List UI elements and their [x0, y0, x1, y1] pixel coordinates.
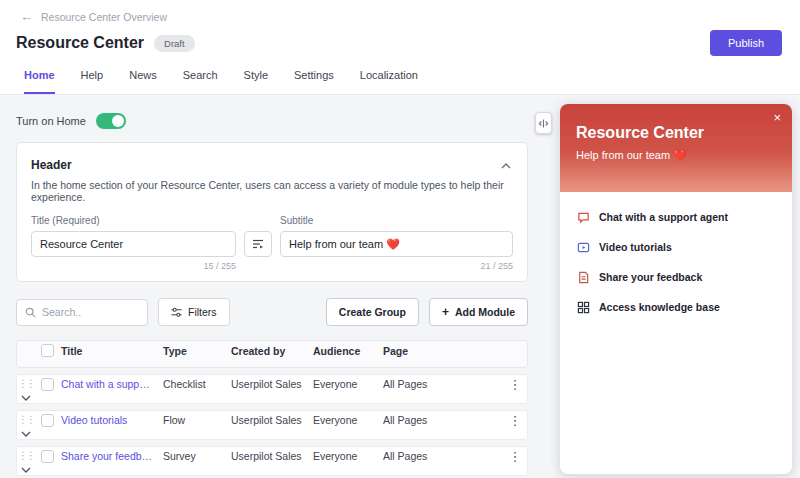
row-menu-icon[interactable]: ⋮ [503, 377, 527, 392]
topbar: ← Resource Center Overview Resource Cent… [0, 0, 800, 95]
module-audience: Everyone [313, 378, 383, 390]
header-fields: Title (Required) Subtitle [31, 215, 513, 257]
tab-bar: Home Help News Search Style Settings Loc… [0, 56, 800, 94]
chat-icon [576, 210, 590, 224]
resize-arrows-icon [538, 119, 549, 128]
preview-item-label: Chat with a support agent [599, 211, 728, 223]
column-title: Title [61, 345, 163, 357]
content: Turn on Home Header In the home section … [0, 95, 800, 478]
module-created-by: Userpilot Sales [231, 450, 313, 462]
main-panel: Turn on Home Header In the home section … [0, 95, 544, 478]
module-type: Checklist [163, 378, 231, 390]
column-page: Page [383, 345, 485, 357]
chevron-down-icon[interactable] [17, 431, 35, 437]
module-created-by: Userpilot Sales [231, 414, 313, 426]
preview-item-video[interactable]: Video tutorials [576, 240, 776, 254]
drag-handle-icon[interactable]: ⋮⋮ [17, 415, 35, 425]
preview-item-feedback[interactable]: Share your feedback [576, 270, 776, 284]
module-type: Survey [163, 450, 231, 462]
subtitle-field-group: Subtitle [280, 215, 513, 257]
row-checkbox[interactable] [41, 450, 54, 463]
chevron-down-icon[interactable] [17, 467, 35, 473]
panel-resize-handle[interactable] [535, 112, 552, 134]
subtitle-char-count: 21 / 255 [236, 261, 513, 271]
add-module-button[interactable]: + Add Module [429, 298, 528, 326]
tab-search[interactable]: Search [183, 69, 218, 94]
module-title-link[interactable]: Share your feedba... [61, 450, 163, 462]
column-created-by: Created by [231, 345, 313, 357]
table-row: ⋮⋮ Share your feedba... Survey Userpilot… [16, 446, 528, 476]
tab-help[interactable]: Help [81, 69, 104, 94]
preview-item-chat[interactable]: Chat with a support agent [576, 210, 776, 224]
publish-button[interactable]: Publish [710, 30, 782, 56]
status-badge: Draft [154, 35, 195, 52]
tab-style[interactable]: Style [244, 69, 268, 94]
create-group-button[interactable]: Create Group [326, 298, 419, 326]
knowledge-base-icon [576, 300, 590, 314]
breadcrumb[interactable]: Resource Center Overview [41, 11, 167, 23]
text-direction-button[interactable] [244, 231, 272, 257]
filters-icon [171, 307, 182, 318]
column-type: Type [163, 345, 231, 357]
tab-localization[interactable]: Localization [360, 69, 418, 94]
tab-news[interactable]: News [129, 69, 157, 94]
module-page: All Pages [383, 378, 485, 390]
filters-label: Filters [188, 306, 217, 318]
resource-center-preview: × Resource Center Help from our team ❤️ … [560, 104, 792, 474]
select-all-checkbox[interactable] [41, 344, 54, 357]
header-card-title: Header [31, 158, 72, 172]
text-align-icon [252, 237, 264, 252]
tab-home[interactable]: Home [24, 69, 55, 94]
table-header: Title Type Created by Audience Page [16, 340, 528, 368]
drag-handle-icon[interactable]: ⋮⋮ [17, 451, 35, 461]
preview-header: × Resource Center Help from our team ❤️ [560, 104, 792, 192]
module-page: All Pages [383, 414, 485, 426]
chevron-up-icon [501, 157, 511, 172]
preview-item-label: Access knowledge base [599, 301, 720, 313]
search-box [16, 299, 148, 326]
preview-body: Chat with a support agent Video tutorial… [560, 192, 792, 332]
header-card-head: Header [31, 155, 513, 174]
column-audience: Audience [313, 345, 383, 357]
plus-icon: + [442, 306, 449, 318]
row-checkbox[interactable] [41, 378, 54, 391]
home-toggle[interactable] [96, 113, 126, 129]
char-counts: 15 / 255 21 / 255 [31, 261, 513, 271]
module-created-by: Userpilot Sales [231, 378, 313, 390]
preview-item-label: Share your feedback [599, 271, 702, 283]
header-card: Header In the home section of your Resou… [16, 142, 528, 282]
preview-item-label: Video tutorials [599, 241, 672, 253]
preview-subtitle: Help from our team ❤️ [576, 149, 776, 162]
collapse-button[interactable] [499, 155, 513, 174]
home-toggle-label: Turn on Home [16, 115, 86, 127]
title-input[interactable] [31, 231, 236, 257]
row-checkbox[interactable] [41, 414, 54, 427]
module-title-link[interactable]: Video tutorials [61, 414, 163, 426]
row-menu-icon[interactable]: ⋮ [503, 413, 527, 428]
page-title: Resource Center [16, 34, 144, 52]
preview-panel: × Resource Center Help from our team ❤️ … [544, 95, 800, 478]
module-toolbar: Filters Create Group + Add Module [16, 298, 528, 326]
search-icon [25, 307, 36, 318]
row-menu-icon[interactable]: ⋮ [503, 449, 527, 464]
module-page: All Pages [383, 450, 485, 462]
preview-title: Resource Center [576, 124, 776, 142]
module-title-link[interactable]: Chat with a suppo... [61, 378, 163, 390]
title-char-count: 15 / 255 [31, 261, 236, 271]
video-icon [576, 240, 590, 254]
title-field-group: Title (Required) [31, 215, 236, 257]
close-icon[interactable]: × [773, 111, 781, 124]
title-row: Resource Center Draft Publish [0, 23, 800, 56]
back-arrow-icon[interactable]: ← [20, 10, 33, 23]
tab-settings[interactable]: Settings [294, 69, 334, 94]
add-module-label: Add Module [455, 306, 515, 318]
title-field-label: Title (Required) [31, 215, 236, 226]
search-input[interactable] [42, 306, 139, 318]
resource-center-app: ← Resource Center Overview Resource Cent… [0, 0, 800, 478]
subtitle-input[interactable] [280, 231, 513, 257]
drag-handle-icon[interactable]: ⋮⋮ [17, 379, 35, 389]
preview-item-knowledge-base[interactable]: Access knowledge base [576, 300, 776, 314]
subtitle-field-label: Subtitle [280, 215, 513, 226]
chevron-down-icon[interactable] [17, 395, 35, 401]
filters-button[interactable]: Filters [158, 298, 230, 326]
